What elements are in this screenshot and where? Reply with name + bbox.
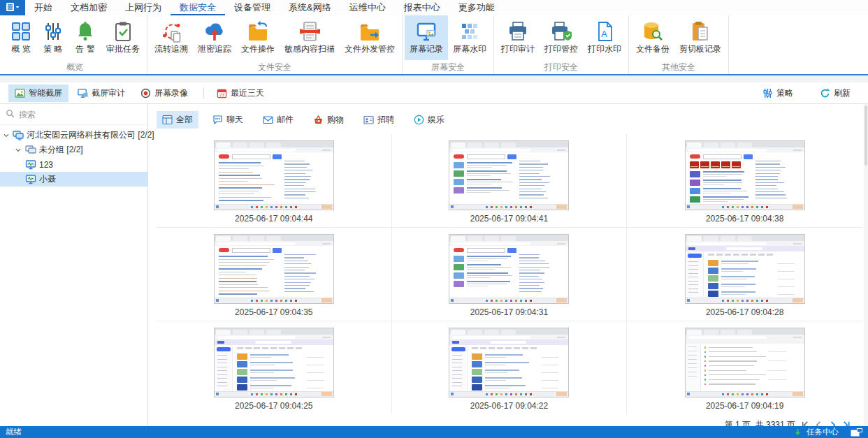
screenshot-cell-1: 2025-06-17 09:04:44: [157, 134, 392, 228]
ribbon-button-sensitive-scan[interactable]: 敏感内容扫描: [280, 15, 340, 60]
ribbon-group-label: 打印安全: [496, 61, 626, 74]
policy-sliders-small-icon: [762, 88, 773, 98]
ribbon-button-label: 打印水印: [588, 45, 621, 54]
toolbar-button-screen-video[interactable]: 屏幕录像: [134, 85, 194, 102]
toolbar-button-smart-capture[interactable]: 智能截屏: [8, 85, 68, 102]
ribbon-button-print-control[interactable]: 打印管控: [540, 15, 583, 60]
menu-tab-2[interactable]: 文档加密: [62, 0, 116, 15]
screenshot-cell-7: 2025-06-17 09:04:25: [157, 321, 392, 414]
menu-tab-6[interactable]: 系统&网络: [280, 0, 340, 15]
screen-video-icon: [140, 88, 151, 98]
task-center-button[interactable]: 任务中心: [806, 427, 839, 437]
ribbon-button-overview-grid[interactable]: 概 览: [5, 15, 37, 60]
screenshot-timestamp: 2025-06-17 09:04:22: [470, 401, 548, 411]
screenshot-thumbnail[interactable]: [214, 140, 334, 210]
toolbar-button-capture-audit[interactable]: 截屏审计: [71, 85, 131, 102]
ribbon-button-label: 文件外发管控: [345, 45, 395, 54]
tree-item-1[interactable]: 河北安固云网络科技有限公司 [2/2]: [0, 128, 147, 143]
screenshot-thumbnail[interactable]: [685, 328, 805, 397]
ribbon-button-label: 文件操作: [241, 45, 275, 54]
prev-page-button[interactable]: [814, 421, 823, 426]
menu-tab-9[interactable]: 更多功能: [449, 0, 504, 15]
scrollbar[interactable]: [864, 104, 868, 426]
ribbon-button-screen-record[interactable]: 屏幕记录: [405, 15, 448, 60]
app-menu-button[interactable]: [0, 0, 25, 15]
menu-tab-1[interactable]: 开始: [25, 0, 62, 15]
filter-label: 购物: [327, 114, 344, 126]
filter-label: 招聘: [377, 114, 394, 126]
tree-item-4[interactable]: 小聂: [0, 172, 147, 187]
ribbon-button-label: 审批任务: [106, 45, 140, 54]
screenshot-thumbnail[interactable]: [449, 328, 569, 397]
screenshot-thumbnail[interactable]: [685, 140, 805, 210]
filter-mail[interactable]: 邮件: [257, 111, 299, 129]
ribbon-group-label: 文件安全: [150, 61, 400, 74]
group-icon: [25, 145, 36, 156]
first-page-button[interactable]: [800, 421, 809, 426]
menu-tab-5[interactable]: 设备管理: [225, 0, 280, 15]
screenshot-cell-9: 2025-06-17 09:04:19: [627, 321, 862, 414]
ribbon-button-approval-tasks[interactable]: 审批任务: [101, 15, 145, 60]
ribbon-button-label: 概 览: [11, 45, 30, 54]
ribbon-group: 打印审计打印管控A打印水印打印安全: [494, 15, 629, 74]
ribbon-button-screen-watermark[interactable]: 屏幕水印: [448, 15, 491, 60]
filter-shopping[interactable]: 购物: [308, 111, 349, 129]
toolbar-left: 智能截屏截屏审计屏幕录像23最近三天: [8, 85, 273, 102]
screenshot-timestamp: 2025-06-17 09:04:41: [470, 214, 548, 224]
filter-entertainment[interactable]: 娱乐: [408, 111, 450, 129]
terminal-tree: 河北安固云网络科技有限公司 [2/2]未分组 [2/2]123小聂: [0, 125, 147, 187]
task-center-window-icon[interactable]: [851, 428, 862, 437]
ribbon-button-leak-track[interactable]: 泄密追踪: [193, 15, 236, 60]
ribbon-button-print-audit[interactable]: 打印审计: [496, 15, 540, 60]
screenshot-cell-8: 2025-06-17 09:04:22: [392, 321, 628, 414]
ribbon-button-file-backup[interactable]: 文件备份: [631, 15, 674, 60]
policy-sliders-icon: [42, 20, 64, 43]
toolbar-button-policy-sliders-small[interactable]: 策略: [756, 85, 800, 102]
toolbar-button-refresh[interactable]: 刷新: [813, 85, 857, 102]
ribbon-button-alert-bell[interactable]: 告 警: [69, 15, 101, 60]
tree-item-label: 123: [39, 160, 53, 170]
chevron-down-icon[interactable]: [14, 147, 22, 154]
file-backup-icon: [642, 20, 664, 43]
menu-tab-8[interactable]: 报表中心: [395, 0, 449, 15]
ribbon-button-label: 泄密追踪: [198, 45, 231, 54]
screenshot-thumbnail[interactable]: [449, 234, 569, 304]
menu-tab-4[interactable]: 数据安全: [171, 0, 225, 15]
tree-item-3[interactable]: 123: [0, 157, 147, 172]
toolbar-right: 策略刷新: [756, 85, 860, 102]
filter-label: 全部: [176, 114, 193, 126]
next-page-button[interactable]: [828, 421, 837, 426]
ribbon-gap: [0, 75, 868, 82]
toolbar-button-calendar[interactable]: 23最近三天: [210, 85, 270, 102]
filter-recruit[interactable]: 招聘: [358, 111, 400, 129]
tree-item-2[interactable]: 未分组 [2/2]: [0, 143, 147, 157]
menu-tab-7[interactable]: 运维中心: [340, 0, 395, 15]
download-arrow-icon: [794, 428, 802, 437]
approval-tasks-icon: [112, 20, 134, 43]
scrollbar-thumb[interactable]: [865, 105, 867, 166]
screenshot-thumbnail[interactable]: [214, 328, 334, 397]
screenshot-thumbnail[interactable]: [449, 140, 569, 210]
screen-watermark-icon: [458, 20, 481, 43]
filter-all-grid[interactable]: 全部: [157, 111, 198, 129]
category-filters: 全部聊天邮件购物招聘娱乐: [157, 108, 862, 134]
ribbon-button-flow-trace[interactable]: 流转追溯: [150, 15, 193, 60]
chevron-down-icon[interactable]: [3, 132, 10, 139]
page-indicator: 第 1 页, 共 3331 页: [725, 419, 795, 426]
ribbon-button-file-operation[interactable]: 文件操作: [236, 15, 280, 60]
ribbon-button-policy-sliders[interactable]: 策 略: [37, 15, 69, 60]
screenshot-thumbnail[interactable]: [214, 234, 334, 304]
last-page-button[interactable]: [842, 421, 851, 426]
ribbon-group: 概 览策 略告 警审批任务概览: [3, 15, 147, 74]
search-icon: [6, 109, 15, 120]
ribbon-button-print-watermark[interactable]: A打印水印: [583, 15, 626, 60]
screenshot-cell-5: 2025-06-17 09:04:31: [392, 228, 628, 321]
search-input[interactable]: [19, 110, 142, 119]
menu-tab-3[interactable]: 上网行为: [116, 0, 171, 15]
screenshot-thumbnail[interactable]: [685, 234, 805, 304]
main-area: 河北安固云网络科技有限公司 [2/2]未分组 [2/2]123小聂 全部聊天邮件…: [0, 104, 868, 426]
filter-chat[interactable]: 聊天: [207, 111, 249, 129]
ribbon-button-file-outgoing[interactable]: 文件外发管控: [340, 15, 400, 60]
ribbon-button-clipboard-record[interactable]: 剪切板记录: [674, 15, 726, 60]
toolbar-button-label: 截屏审计: [92, 87, 125, 99]
